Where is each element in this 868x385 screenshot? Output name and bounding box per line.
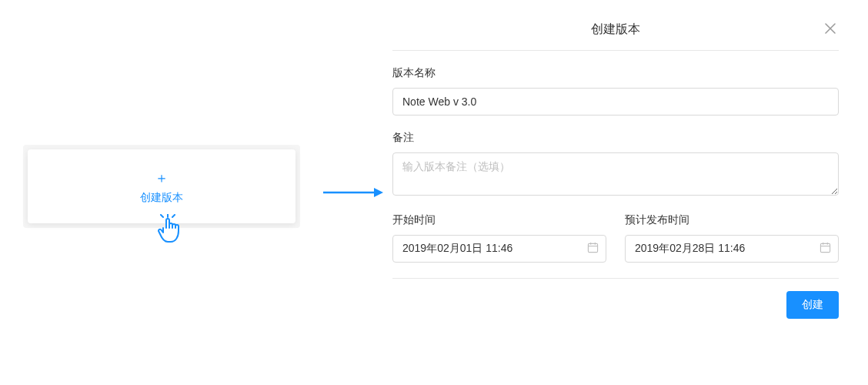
end-time-label: 预计发布时间: [625, 213, 839, 227]
start-time-label: 开始时间: [392, 213, 606, 227]
svg-line-2: [172, 215, 175, 217]
create-version-label: 创建版本: [28, 191, 295, 205]
modal-footer: 创建: [392, 278, 839, 319]
create-version-card[interactable]: ＋ 创建版本: [28, 149, 295, 223]
hand-cursor-icon: [154, 214, 185, 250]
modal-header: 创建版本: [392, 22, 839, 51]
modal-body: 版本名称 备注 开始时间 预计发布时间: [392, 51, 839, 263]
arrow-icon: [322, 185, 383, 203]
remark-textarea[interactable]: [392, 152, 839, 196]
svg-line-0: [161, 215, 163, 217]
close-icon[interactable]: [822, 20, 839, 39]
plus-icon: ＋: [28, 171, 295, 185]
version-name-label: 版本名称: [392, 66, 839, 80]
remark-label: 备注: [392, 131, 839, 145]
create-version-modal: 创建版本 版本名称 备注 开始时间: [392, 22, 839, 319]
create-button[interactable]: 创建: [786, 291, 839, 319]
version-name-input[interactable]: [392, 88, 839, 116]
modal-title: 创建版本: [591, 22, 640, 35]
svg-marker-4: [374, 188, 383, 197]
start-time-input[interactable]: [392, 235, 606, 263]
end-time-input[interactable]: [625, 235, 839, 263]
